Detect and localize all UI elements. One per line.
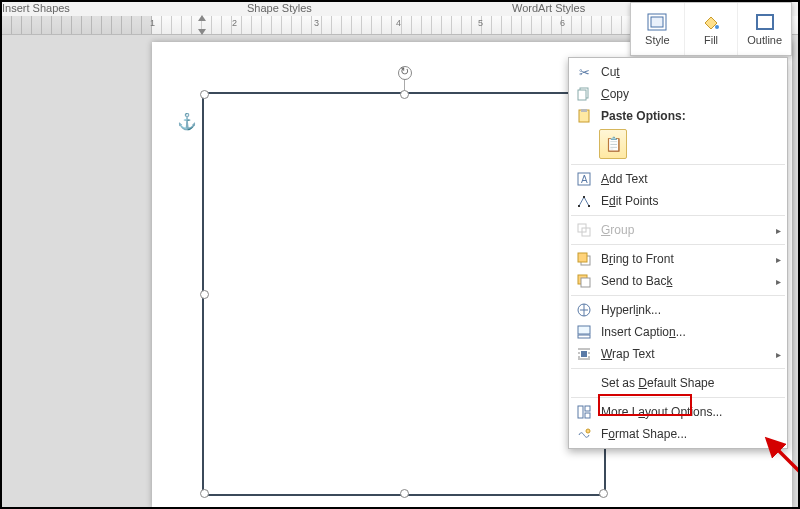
menu-insert-caption[interactable]: Insert Caption... [569,321,787,343]
mini-style-button[interactable]: Style [631,3,685,55]
ribbon-group-insert-shapes: Insert Shapes [2,2,70,14]
submenu-arrow-icon: ▸ [776,276,781,287]
menu-set-as-default-shape[interactable]: Set as Default Shape [569,372,787,394]
format-shape-icon [573,425,595,443]
submenu-arrow-icon: ▸ [776,254,781,265]
outline-icon [754,12,776,32]
mini-outline-label: Outline [747,34,782,46]
edit-points-icon [573,192,595,210]
menu-format-shape[interactable]: Format Shape... [569,423,787,445]
svg-rect-22 [581,351,587,357]
svg-rect-18 [581,278,590,287]
svg-rect-10 [578,205,580,207]
style-icon [646,12,668,32]
menu-send-to-back[interactable]: Send to Back ▸ [569,270,787,292]
context-menu: ✂ Cut Copy Paste Options: 📋 A Add Text [568,57,788,449]
svg-point-26 [586,429,590,433]
ribbon-group-shape-styles: Shape Styles [247,2,312,14]
svg-rect-23 [578,406,583,418]
svg-text:A: A [581,174,588,185]
menu-more-layout-options[interactable]: More Layout Options... [569,401,787,423]
svg-rect-3 [757,15,773,29]
wrap-text-icon [573,345,595,363]
mini-fill-label: Fill [704,34,718,46]
submenu-arrow-icon: ▸ [776,225,781,236]
ribbon-group-wordart: WordArt Styles [512,2,585,14]
anchor-icon: ⚓ [177,112,197,131]
cut-icon: ✂ [573,63,595,81]
menu-wrap-text[interactable]: Wrap Text ▸ [569,343,787,365]
menu-copy[interactable]: Copy [569,83,787,105]
svg-rect-7 [581,109,587,112]
add-text-icon: A [573,170,595,188]
layout-options-icon [573,403,595,421]
mini-outline-button[interactable]: Outline [738,3,791,55]
app-frame: Insert Shapes Shape Styles WordArt Style… [0,0,800,509]
menu-bring-to-front[interactable]: Bring to Front ▸ [569,248,787,270]
submenu-arrow-icon: ▸ [776,349,781,360]
menu-hyperlink[interactable]: Hyperlink... [569,299,787,321]
paste-icon [573,107,595,125]
menu-add-text[interactable]: A Add Text [569,168,787,190]
svg-rect-20 [578,326,590,334]
group-icon [573,221,595,239]
resize-handle-bl[interactable] [200,489,209,498]
svg-rect-24 [585,406,590,411]
copy-icon [573,85,595,103]
menu-paste-options-row: 📋 [569,127,787,161]
mini-style-label: Style [645,34,669,46]
menu-group: Group ▸ [569,219,787,241]
svg-rect-16 [578,253,587,262]
resize-handle-br[interactable] [599,489,608,498]
send-back-icon [573,272,595,290]
bring-front-icon [573,250,595,268]
svg-rect-11 [583,196,585,198]
mini-toolbar: Style Fill Outline [630,2,792,56]
resize-handle-ml[interactable] [200,290,209,299]
selected-shape-rectangle[interactable] [202,92,606,496]
menu-cut[interactable]: ✂ Cut [569,61,787,83]
svg-rect-5 [578,90,586,100]
resize-handle-tm[interactable] [400,90,409,99]
fill-icon [700,12,722,32]
svg-point-2 [715,25,719,29]
mini-fill-button[interactable]: Fill [685,3,739,55]
paste-option-keep-source[interactable]: 📋 [599,129,627,159]
rotate-handle[interactable] [398,66,412,80]
hyperlink-icon [573,301,595,319]
caption-icon [573,323,595,341]
svg-rect-12 [588,205,590,207]
svg-rect-1 [651,17,663,27]
svg-rect-21 [578,335,590,338]
resize-handle-bm[interactable] [400,489,409,498]
menu-edit-points[interactable]: Edit Points [569,190,787,212]
svg-rect-25 [585,413,590,418]
resize-handle-tl[interactable] [200,90,209,99]
menu-paste-options-header: Paste Options: [569,105,787,127]
